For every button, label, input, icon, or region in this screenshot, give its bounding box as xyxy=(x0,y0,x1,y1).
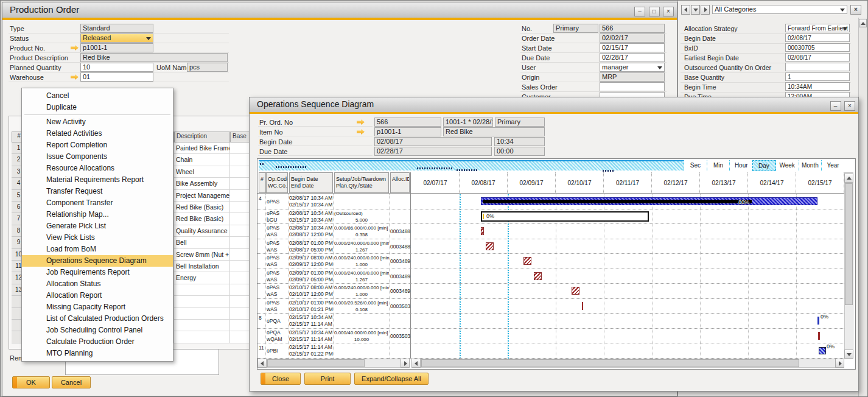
menu-item-view-pick-lists[interactable]: View Pick Lists xyxy=(22,232,173,244)
panel-close-icon[interactable]: × xyxy=(850,5,861,15)
minimize-icon[interactable]: – xyxy=(634,7,645,16)
description-cell[interactable]: Chain xyxy=(174,154,230,166)
menu-item-generate-pick-list[interactable]: Generate Pick List xyxy=(22,220,173,232)
panel-field-allocation-strategy[interactable]: Forward From Earliest xyxy=(785,24,850,32)
panel-field-bxid[interactable]: 00030705 xyxy=(785,43,850,52)
menu-item-related-activities[interactable]: Related Activities xyxy=(22,128,173,139)
column-header-4[interactable]: Alloc.ID xyxy=(390,172,410,193)
menu-item-list-of-calculated-production-orders[interactable]: List of Calculated Production Orders xyxy=(22,313,173,325)
pr-ord-series-field[interactable]: Primary xyxy=(495,118,545,127)
close-button[interactable]: Close xyxy=(261,373,301,385)
no-series-field[interactable]: Primary xyxy=(553,24,598,33)
scale-button-hour[interactable]: Hour xyxy=(729,160,752,171)
category-selector[interactable]: All Categories xyxy=(712,5,847,14)
menu-item-load-from-bom[interactable]: Load from BoM xyxy=(22,244,173,255)
gantt-row[interactable]: oPASwAS02/09/17 08:00 AM02/09/17 12:00 P… xyxy=(257,254,844,269)
item-no-field[interactable]: p1001-1 xyxy=(374,127,441,136)
scale-button-day[interactable]: Day xyxy=(752,160,775,171)
gantt-bar-small[interactable] xyxy=(819,347,826,354)
type-field[interactable]: Standard xyxy=(80,24,153,33)
next-record-icon[interactable] xyxy=(701,5,710,15)
description-cell[interactable]: Wheel xyxy=(174,166,230,178)
panel-field-begin-date[interactable]: 02/08/17 xyxy=(785,33,850,42)
menu-item-resource-allocations[interactable]: Resource Allocations xyxy=(22,163,173,174)
description-cell[interactable]: Painted Bike Framework xyxy=(174,142,230,154)
gantt-row[interactable]: oPQAwQAM02/15/17 10:34 AM02/15/17 11:14 … xyxy=(257,329,844,344)
link-arrow-icon[interactable] xyxy=(357,128,365,135)
minimize-icon[interactable]: – xyxy=(830,101,841,111)
panel-field-outsourced-quantity-on-order[interactable] xyxy=(785,63,850,71)
scroll-right-icon[interactable] xyxy=(401,359,410,368)
gantt-bar-tick[interactable] xyxy=(582,302,583,310)
scroll-down-icon[interactable] xyxy=(844,350,853,359)
sales-order-field[interactable] xyxy=(600,82,665,91)
gantt-row[interactable]: 4oPAS02/08/17 10:34 AM02/15/17 10:34 AM8… xyxy=(257,194,844,209)
production-order-titlebar[interactable]: Production Order – □ × xyxy=(2,2,677,18)
uom-name-field[interactable]: pcs xyxy=(187,63,228,72)
warehouse-field[interactable]: 01 xyxy=(80,72,153,82)
menu-item-transfer-request[interactable]: Transfer Request xyxy=(22,186,173,197)
menu-item-material-requirements-report[interactable]: Material Requirements Report xyxy=(22,174,173,186)
description-cell[interactable]: Bell Installation xyxy=(174,261,230,272)
pr-ord-ref-field[interactable]: 1001-1 * 02/28/17 xyxy=(443,118,493,127)
scale-button-sec[interactable]: Sec xyxy=(684,160,707,171)
description-cell[interactable] xyxy=(174,296,230,307)
scroll-left-icon[interactable] xyxy=(257,359,267,368)
description-cell[interactable] xyxy=(174,331,230,343)
menu-item-operations-sequence-diagram[interactable]: Operations Sequence Diagram xyxy=(22,255,173,267)
due-time-field[interactable]: 00:00 xyxy=(494,147,545,156)
due-date-field[interactable]: 02/28/17 xyxy=(374,147,492,156)
scroll-thumb[interactable] xyxy=(267,359,365,367)
ok-button[interactable]: OK xyxy=(12,376,50,388)
description-cell[interactable] xyxy=(174,284,230,296)
description-cell[interactable]: Quality Assurance xyxy=(174,225,230,237)
item-description-field[interactable]: Red Bike xyxy=(443,127,545,136)
osd-titlebar[interactable]: Operations Sequence Diagram – × xyxy=(250,97,858,113)
description-cell[interactable]: Screw 8mm (Nut + Bolt) xyxy=(174,249,230,261)
description-cell[interactable]: Red Bike (Basic) xyxy=(174,213,230,225)
gantt-bar-tick[interactable] xyxy=(817,317,819,325)
description-cell[interactable]: Bell xyxy=(174,237,230,248)
order-date-field[interactable]: 02/02/17 xyxy=(600,33,665,43)
gantt-bar-work[interactable] xyxy=(572,287,579,295)
close-icon[interactable]: × xyxy=(844,101,855,111)
link-arrow-icon[interactable] xyxy=(71,74,79,80)
gantt-bar-tick[interactable] xyxy=(818,332,820,340)
panel-field-earliest-begin-date[interactable]: 02/08/17 xyxy=(785,53,850,61)
menu-item-job-requirements-report[interactable]: Job Requirements Report xyxy=(22,267,173,278)
due-date-field[interactable]: 02/28/17 xyxy=(600,53,665,62)
close-icon[interactable]: × xyxy=(663,7,674,16)
scroll-right-icon[interactable] xyxy=(835,359,844,368)
menu-item-mto-planning[interactable]: MTO Planning xyxy=(22,348,173,359)
scroll-up-icon[interactable] xyxy=(859,19,867,27)
menu-item-issue-components[interactable]: Issue Components xyxy=(22,151,173,163)
cancel-button[interactable]: Cancel xyxy=(52,376,91,388)
scroll-up-icon[interactable] xyxy=(844,174,853,183)
gantt-row[interactable]: oPASwAS02/08/17 01:00 PM02/08/17 05:00 P… xyxy=(257,239,844,255)
gantt-row[interactable]: oPASwAS02/10/17 01:00 PM02/10/17 01:21 P… xyxy=(257,299,844,314)
maximize-icon[interactable]: □ xyxy=(649,7,660,16)
panel-field-begin-time[interactable]: 10:34AM xyxy=(785,82,850,91)
link-arrow-icon[interactable] xyxy=(71,44,79,51)
description-cell[interactable]: Energy xyxy=(174,272,230,284)
menu-item-relationship-map[interactable]: Relationship Map... xyxy=(22,209,173,220)
menu-item-job-scheduling-control-panel[interactable]: Job Scheduling Control Panel xyxy=(22,325,173,336)
menu-item-allocation-report[interactable]: Allocation Report xyxy=(22,290,173,301)
start-date-field[interactable]: 02/15/17 xyxy=(600,43,665,52)
origin-field[interactable]: MRP xyxy=(600,72,665,82)
menu-item-allocation-status[interactable]: Allocation Status xyxy=(22,278,173,290)
grid-header-description[interactable]: Description xyxy=(174,132,230,142)
product-description-field[interactable]: Red Bike xyxy=(80,53,228,62)
pr-ord-no-field[interactable]: 566 xyxy=(374,118,441,127)
begin-time-field[interactable]: 10:34 xyxy=(494,137,545,146)
column-header-0[interactable]: # xyxy=(259,172,266,193)
scale-button-month[interactable]: Month xyxy=(799,160,822,171)
menu-item-report-completion[interactable]: Report Completion xyxy=(22,139,173,151)
begin-date-field[interactable]: 02/08/17 xyxy=(374,137,492,146)
menu-item-duplicate[interactable]: Duplicate xyxy=(22,102,173,113)
scale-button-week[interactable]: Week xyxy=(775,160,799,171)
description-cell[interactable]: Project Management xyxy=(174,190,230,202)
planned-quantity-field[interactable]: 10 xyxy=(80,63,153,72)
gantt-bar-work[interactable] xyxy=(534,272,542,280)
column-header-1[interactable]: Op.CodeWC.Co... xyxy=(266,172,288,193)
